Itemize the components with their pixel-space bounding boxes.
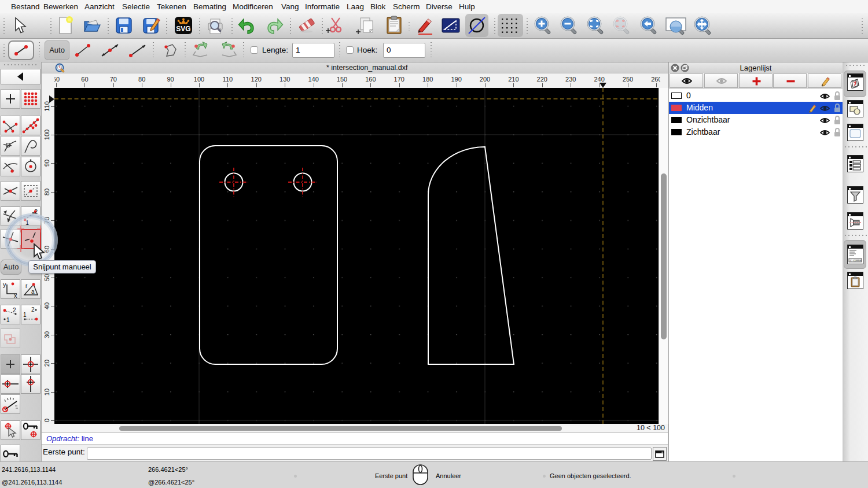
svg-text:c command: c command: [850, 259, 862, 262]
svg-text:2: 2: [13, 307, 16, 313]
svg-text:1: 1: [6, 317, 10, 323]
svg-text:x: x: [14, 292, 17, 298]
svg-text:SVG: SVG: [176, 25, 190, 33]
svg-text:1: 1: [23, 312, 27, 318]
svg-text:r: r: [25, 283, 28, 289]
svg-text:2: 2: [31, 306, 35, 313]
svg-text:y: y: [3, 281, 6, 288]
svg-text:a: a: [31, 289, 35, 295]
